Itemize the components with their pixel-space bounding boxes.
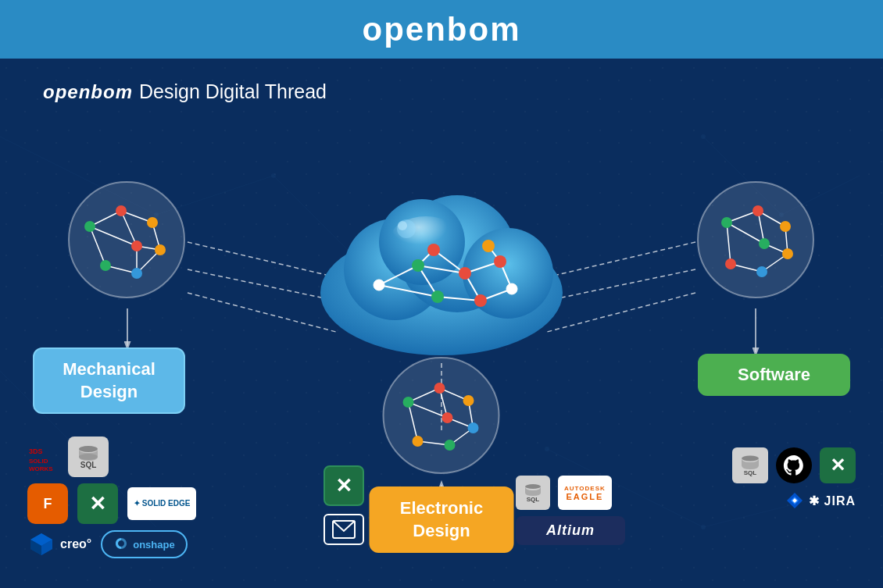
mechanical-design-label: Mechanical Design (33, 347, 185, 414)
jira-text: ✱ JIRA (809, 494, 856, 508)
svg-point-78 (445, 440, 456, 451)
cloud-graphic (301, 144, 582, 363)
jira-section: ✱ JIRA (684, 491, 856, 510)
network-circle-bottom (381, 355, 502, 476)
svg-point-100 (374, 280, 384, 290)
sql-logo-left: SQL (68, 437, 109, 477)
svg-point-56 (753, 205, 763, 216)
email-icon (324, 514, 364, 545)
svg-point-58 (780, 221, 791, 232)
top-bar: openbom (0, 0, 883, 59)
excel-x-icon: ✕ (89, 492, 106, 516)
creo-logo: creo° (27, 530, 91, 558)
svg-point-75 (463, 395, 474, 406)
svg-text:WORKS: WORKS (29, 465, 53, 472)
svg-point-39 (116, 205, 127, 216)
solidedge-logo: ✦ SOLID EDGE (127, 487, 196, 520)
excel-x-center: ✕ (335, 474, 352, 498)
subtitle-logo: openbom (43, 81, 133, 103)
svg-point-41 (147, 217, 158, 228)
logo-text: openbom (363, 11, 521, 48)
sql-logo-right: SQL (516, 476, 550, 510)
network-circle-right (695, 180, 817, 301)
excel-logo-right: ✕ (820, 447, 856, 483)
svg-text:3DS: 3DS (29, 447, 43, 455)
tools-left-section: 3DS SOLID WORKS SQL F (27, 437, 277, 565)
github-logo (776, 447, 812, 483)
network-circle-left (66, 180, 188, 301)
tools-right-section: SQL ✕ ✱ JIRA (684, 447, 856, 510)
svg-point-13 (701, 134, 706, 139)
svg-point-102 (427, 244, 440, 256)
svg-point-119 (525, 484, 541, 489)
fusion360-logo: F (27, 483, 68, 524)
solidedge-text: ✦ SOLID EDGE (134, 499, 190, 508)
svg-point-62 (725, 258, 736, 269)
center-right-icons: SQL AUTODESK EAGLE Altium (516, 476, 695, 545)
software-text: Software (738, 365, 810, 384)
tools-center-left: ✕ (266, 465, 422, 545)
autodesk-eagle-logo: AUTODESK EAGLE (558, 476, 612, 510)
svg-point-60 (759, 238, 770, 249)
center-icons-col: ✕ (266, 465, 422, 545)
svg-point-103 (459, 267, 471, 280)
svg-point-42 (155, 244, 166, 255)
svg-point-106 (506, 283, 517, 294)
tools-right-row1: SQL ✕ (684, 447, 856, 483)
eagle-text: EAGLE (564, 492, 606, 501)
mechanical-design-text: Mechanical Design (63, 359, 156, 401)
subtitle-text: Design Digital Thread (139, 80, 327, 103)
creo-cube-icon (27, 530, 55, 558)
sql-label: SQL (80, 461, 97, 469)
svg-point-46 (698, 182, 813, 298)
onshape-logo: onshape (101, 530, 187, 558)
svg-point-73 (434, 383, 445, 394)
svg-point-10 (271, 173, 276, 178)
sql-icon-far-right (740, 455, 760, 469)
main-content: openbom Design Digital Thread (0, 59, 883, 588)
tools-row-2: F ✕ ✦ SOLID EDGE (27, 483, 277, 524)
github-icon (782, 454, 806, 477)
svg-point-112 (79, 446, 98, 452)
svg-point-108 (474, 294, 487, 307)
solidworks-icon: 3DS SOLID WORKS (27, 441, 59, 472)
svg-point-43 (131, 241, 142, 251)
svg-point-59 (782, 248, 793, 259)
fusion360-f-letter: F (44, 496, 52, 512)
svg-point-40 (84, 221, 95, 232)
svg-point-45 (100, 260, 111, 271)
altium-logo: Altium (516, 516, 625, 545)
excel-x-right: ✕ (830, 454, 845, 476)
svg-point-76 (468, 422, 479, 433)
creo-text: creo° (60, 537, 91, 551)
svg-point-74 (403, 397, 414, 408)
onshape-icon (113, 536, 129, 552)
svg-point-61 (756, 266, 767, 277)
excel-logo-center: ✕ (324, 465, 364, 506)
subtitle: openbom Design Digital Thread (43, 80, 327, 103)
tools-row-1: 3DS SOLID WORKS SQL (27, 437, 277, 477)
svg-point-101 (412, 259, 424, 272)
excel-logo-left: ✕ (77, 483, 118, 524)
svg-text:SOLID: SOLID (29, 458, 48, 465)
sql-far-right-label: SQL (744, 469, 756, 476)
email-svg (332, 520, 356, 539)
svg-point-14 (545, 447, 549, 451)
svg-point-107 (431, 290, 444, 303)
svg-point-15 (701, 525, 706, 529)
onshape-text: onshape (133, 539, 174, 551)
svg-point-77 (442, 412, 453, 423)
solidworks-logo: 3DS SOLID WORKS (27, 441, 59, 472)
software-label: Software (698, 354, 850, 396)
svg-point-104 (482, 240, 495, 252)
tools-center-right: SQL AUTODESK EAGLE Altium (516, 476, 695, 545)
autodesk-text: AUTODESK (564, 485, 606, 492)
svg-point-87 (398, 221, 407, 230)
center-right-row1: SQL AUTODESK EAGLE (516, 476, 695, 510)
svg-point-44 (131, 268, 142, 279)
svg-point-57 (721, 217, 732, 228)
jira-logo: ✱ JIRA (785, 491, 856, 510)
sql-logo-far-right: SQL (732, 447, 768, 483)
svg-point-105 (494, 255, 506, 268)
svg-point-79 (413, 436, 424, 447)
